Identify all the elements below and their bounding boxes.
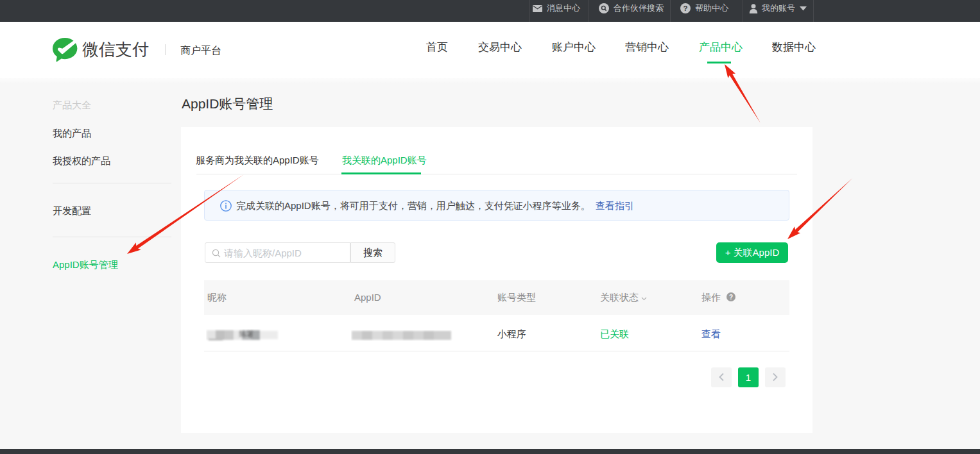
svg-text:?: ? [729,294,733,301]
svg-text:?: ? [683,4,687,12]
svg-text:陈署: 陈署 [239,330,254,338]
